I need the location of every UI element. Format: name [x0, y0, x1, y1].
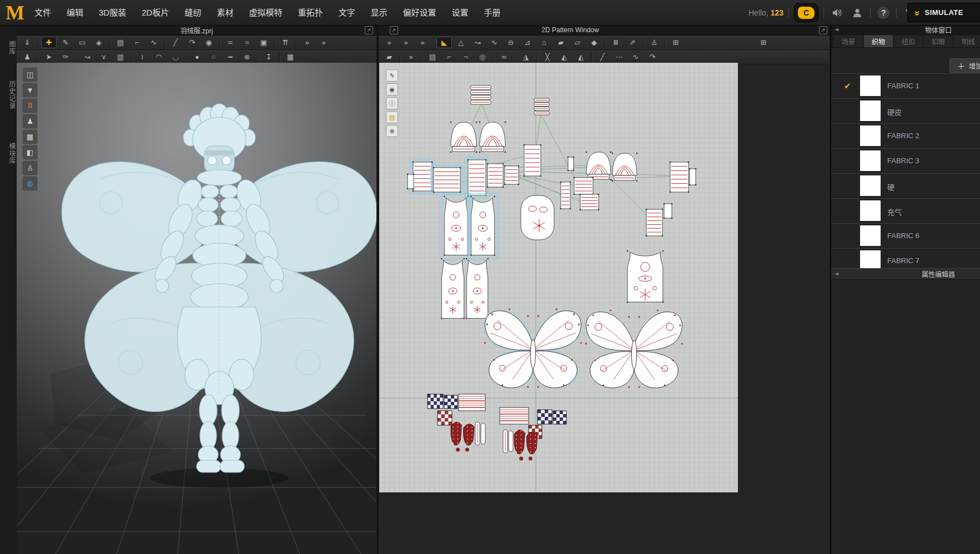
fold-arrange-icon[interactable]: ▤	[113, 37, 128, 48]
rail-tab[interactable]: 模块库	[0, 143, 17, 164]
cut-sew-icon[interactable]: ╳	[540, 51, 555, 63]
garment-icon[interactable]: ◮	[518, 51, 534, 63]
menu-item[interactable]: 文字	[330, 0, 363, 25]
pattern-piece-rect[interactable]	[431, 165, 463, 194]
speaker-icon[interactable]	[829, 5, 845, 21]
pattern-piece-rect[interactable]	[524, 144, 542, 177]
visibility-pen-icon[interactable]: ✎	[386, 69, 398, 82]
brush-tool-icon[interactable]: ✑	[58, 51, 73, 63]
sew-free-icon[interactable]: ≈	[239, 37, 255, 48]
3d-avatar-butterfly-costume[interactable]	[17, 63, 376, 554]
tape-icon[interactable]: ↝	[79, 51, 95, 63]
pattern-piece-hood[interactable]	[586, 152, 612, 181]
object-tab-扣眼[interactable]: 扣眼	[924, 35, 953, 47]
pattern-piece-tab[interactable]	[407, 174, 415, 190]
fabric-row[interactable]: 充气	[831, 199, 980, 224]
object-tab-明线[interactable]: 明线	[954, 35, 980, 47]
show-stitches-icon[interactable]: ⠿	[22, 98, 38, 113]
fabric-row[interactable]: 硬皮	[831, 99, 980, 124]
fabric-row[interactable]: FABRIC 6	[831, 224, 980, 249]
fabric-swatch[interactable]	[860, 200, 881, 221]
pattern-piece-checker[interactable]	[444, 395, 458, 409]
menu-item[interactable]: 虚拟模特	[241, 0, 290, 25]
pull-pin-icon[interactable]: ↷	[184, 37, 200, 48]
pattern-piece-rect[interactable]	[560, 182, 571, 210]
internal-polygon-icon[interactable]: ▰	[553, 37, 569, 48]
seam-wave-icon[interactable]: ∿	[628, 51, 644, 63]
show-mannequin-icon[interactable]: ♙	[22, 160, 38, 175]
pattern-piece-checker[interactable]	[537, 410, 552, 424]
avatar-pose-icon[interactable]: ♟	[19, 51, 35, 63]
overflow-icon[interactable]: »	[316, 37, 331, 48]
fabric-row[interactable]: 硬	[831, 174, 980, 199]
show-mesh-icon[interactable]: ▦	[22, 129, 38, 144]
simulate-button[interactable]: » SIMULATE	[907, 3, 980, 22]
pattern-piece-tab[interactable]	[689, 168, 697, 186]
panel-icon[interactable]: ▰	[381, 51, 397, 63]
pattern-mirror-icon[interactable]: ◭	[573, 51, 589, 63]
pattern-pair-icon[interactable]: ◭	[556, 51, 572, 63]
user-icon[interactable]	[850, 5, 865, 21]
folder-icon[interactable]: ▨	[386, 111, 398, 123]
show-avatar-2d-icon[interactable]: ♙	[646, 37, 662, 48]
edit-curve-icon[interactable]: ↝	[470, 37, 485, 48]
seam-curve-icon[interactable]: ↷	[645, 51, 660, 63]
add-point-icon[interactable]: ⊖	[503, 37, 519, 48]
pattern-piece-checker[interactable]	[438, 411, 452, 425]
pattern-piece-checker[interactable]	[553, 411, 566, 424]
sew-segment-icon[interactable]: ≍	[223, 37, 238, 48]
cloud-sync-icon[interactable]: C	[794, 3, 818, 22]
fabric-row[interactable]: FABRIC 2	[831, 124, 980, 149]
sew-inspect-icon[interactable]: ◎	[475, 51, 490, 63]
pleats-icon[interactable]: Ⅲ	[608, 37, 624, 48]
menu-item[interactable]: 显示	[363, 0, 395, 25]
fabric-swatch[interactable]	[860, 225, 881, 246]
pattern-piece-stack[interactable]	[471, 85, 491, 104]
fabric-row[interactable]: FABRIC 3	[831, 149, 980, 174]
grid-icon[interactable]: ⊞	[668, 37, 684, 48]
pattern-piece-wing[interactable]	[484, 308, 582, 387]
show-garment-icon[interactable]: ▼	[22, 83, 38, 98]
overflow-icon[interactable]: »	[398, 37, 414, 48]
menu-item[interactable]: 编辑	[59, 0, 91, 25]
edit-curvature-icon[interactable]: ∿	[486, 37, 502, 48]
pattern-piece-rect[interactable]	[670, 162, 690, 193]
collapse-arrow-icon[interactable]: ➔	[835, 271, 839, 277]
pattern-piece-mini[interactable]	[503, 430, 513, 453]
sew-free-icon[interactable]: ⌐	[441, 51, 457, 63]
pattern-piece-rect[interactable]	[504, 165, 520, 185]
fold-curve-icon[interactable]: ∿	[146, 37, 162, 48]
pin-drop-icon[interactable]: ↧	[261, 51, 277, 63]
menu-item[interactable]: 素材	[209, 0, 241, 25]
fabric-swatch[interactable]	[860, 250, 881, 269]
pattern-piece-wing[interactable]	[585, 309, 683, 387]
popout-icon[interactable]: ↗	[365, 26, 373, 34]
gizmo-rotate-icon[interactable]: ◈	[91, 37, 107, 48]
overflow-icon[interactable]: »	[381, 37, 397, 48]
fabric-swatch[interactable]	[860, 150, 881, 171]
pattern-piece-hood[interactable]	[479, 122, 506, 153]
fabric-row[interactable]: ✔FABRIC 1	[831, 74, 980, 99]
fabric-swatch[interactable]	[860, 75, 881, 96]
sew-segment-icon[interactable]: ▤	[425, 51, 440, 63]
lock-icon[interactable]: ⊗	[386, 125, 398, 137]
object-tab-场景[interactable]: 场景	[834, 35, 863, 47]
popout-icon[interactable]: ↗	[819, 26, 827, 34]
menu-item[interactable]: 缝纫	[177, 0, 209, 25]
avatar-pair-icon[interactable]: ◡	[168, 51, 183, 63]
grid-snap-icon[interactable]: ⊞	[756, 37, 771, 48]
transform-icon[interactable]: ◣	[436, 37, 452, 48]
pattern-piece-vest[interactable]	[441, 194, 471, 260]
pattern-piece-boots[interactable]	[514, 430, 537, 460]
overflow-icon[interactable]: »	[415, 37, 430, 48]
rail-tab[interactable]: 历史记录	[0, 80, 17, 109]
menu-item[interactable]: 偏好设置	[395, 0, 444, 25]
menu-item[interactable]: 3D服装	[91, 0, 134, 25]
menu-item[interactable]: 2D板片	[134, 0, 177, 25]
wrinkle-icon[interactable]: ≀	[134, 51, 150, 63]
pattern-piece-tab[interactable]	[664, 203, 673, 219]
pattern-piece-rect[interactable]	[580, 194, 600, 211]
show-solid-icon[interactable]: ◫	[22, 67, 38, 82]
fold-segment-icon[interactable]: ⌐	[129, 37, 145, 48]
fabric-panel-icon[interactable]: ▦	[283, 51, 298, 63]
